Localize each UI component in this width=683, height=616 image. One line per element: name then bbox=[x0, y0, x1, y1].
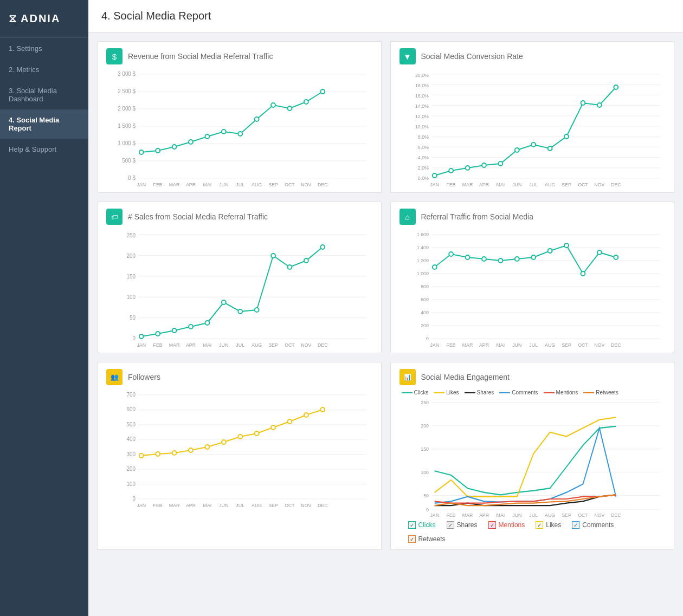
svg-text:JUN: JUN bbox=[512, 342, 521, 348]
svg-text:DEC: DEC bbox=[610, 182, 621, 187]
svg-text:FEB: FEB bbox=[153, 182, 163, 187]
svg-point-17 bbox=[189, 140, 193, 144]
svg-text:50: 50 bbox=[130, 315, 136, 321]
svg-text:JAN: JAN bbox=[137, 503, 146, 508]
referral-chart-card: ⌂ Referral Traffic from Social Media 0 bbox=[390, 202, 675, 353]
svg-point-189 bbox=[320, 407, 325, 412]
svg-point-66 bbox=[531, 142, 536, 147]
svg-point-183 bbox=[222, 440, 226, 444]
svg-text:4,0%: 4,0% bbox=[417, 155, 428, 160]
svg-point-187 bbox=[288, 419, 292, 424]
followers-chart-area: 0 100 200 300 400 500 600 700 bbox=[106, 390, 372, 509]
followers-chart-card: 👥 Followers 0 100 200 300 bbox=[97, 362, 382, 550]
svg-text:200: 200 bbox=[127, 466, 136, 472]
svg-text:JUN: JUN bbox=[512, 513, 521, 517]
svg-text:SEP: SEP bbox=[562, 182, 571, 187]
svg-text:1 500 $: 1 500 $ bbox=[118, 123, 136, 129]
followers-icon: 👥 bbox=[106, 369, 123, 385]
svg-text:DEC: DEC bbox=[318, 182, 328, 187]
svg-text:FEB: FEB bbox=[446, 182, 455, 187]
svg-text:APR: APR bbox=[479, 513, 488, 517]
legend-comments-label: Comments bbox=[582, 521, 614, 529]
svg-text:JUN: JUN bbox=[219, 342, 228, 348]
svg-point-63 bbox=[482, 163, 486, 167]
svg-text:AUG: AUG bbox=[252, 182, 262, 187]
svg-text:600: 600 bbox=[421, 297, 429, 302]
logo-icon: ⧖ bbox=[9, 12, 16, 25]
svg-text:AUG: AUG bbox=[252, 342, 262, 348]
svg-text:200: 200 bbox=[421, 423, 429, 429]
referral-chart-title: Referral Traffic from Social Media bbox=[421, 212, 533, 221]
svg-text:500 $: 500 $ bbox=[122, 158, 136, 164]
engagement-chart-header: 📊 Social Media Engagement bbox=[400, 369, 666, 385]
engagement-chart-area: 0 50 100 150 200 250 bbox=[400, 398, 666, 517]
svg-text:MAI: MAI bbox=[203, 182, 212, 187]
svg-text:DEC: DEC bbox=[318, 342, 328, 348]
engagement-icon: 📊 bbox=[400, 369, 416, 385]
revenue-chart-area: 0 $ 500 $ 1 000 $ 1 500 $ 2 000 $ 2 500 … bbox=[106, 69, 372, 188]
svg-point-102 bbox=[238, 309, 242, 314]
svg-point-145 bbox=[547, 249, 552, 253]
sales-chart-card: 🏷 # Sales from Social Media Referral Tra… bbox=[97, 202, 382, 353]
svg-text:AUG: AUG bbox=[545, 513, 555, 517]
svg-text:800: 800 bbox=[421, 284, 429, 289]
sidebar-item-social-dashboard[interactable]: 3. Social Media Dashboard bbox=[0, 80, 88, 109]
sidebar-item-metrics[interactable]: 2. Metrics bbox=[0, 59, 88, 80]
sidebar-item-social-report[interactable]: 4. Social Media Report bbox=[0, 109, 88, 139]
svg-point-20 bbox=[238, 132, 242, 136]
svg-point-103 bbox=[255, 308, 259, 312]
svg-text:NOV: NOV bbox=[594, 182, 604, 187]
svg-text:150: 150 bbox=[421, 446, 429, 452]
legend-mentions-check[interactable]: ✓ Mentions bbox=[488, 521, 525, 529]
svg-point-140 bbox=[465, 255, 469, 260]
conversion-chart-header: ▼ Social Media Conversion Rate bbox=[400, 48, 666, 64]
svg-text:NOV: NOV bbox=[301, 503, 311, 508]
svg-text:DEC: DEC bbox=[610, 342, 621, 348]
svg-text:JUN: JUN bbox=[219, 503, 228, 508]
sales-icon: 🏷 bbox=[106, 209, 123, 225]
svg-text:MAI: MAI bbox=[496, 182, 505, 187]
legend-retweets-check[interactable]: ✓ Retweets bbox=[408, 535, 446, 543]
svg-point-185 bbox=[255, 431, 259, 436]
svg-text:700: 700 bbox=[127, 392, 136, 398]
svg-text:0,0%: 0,0% bbox=[417, 176, 428, 181]
svg-text:OCT: OCT bbox=[285, 182, 295, 187]
svg-text:1 400: 1 400 bbox=[416, 245, 428, 250]
svg-text:16,0%: 16,0% bbox=[415, 93, 428, 99]
svg-text:50: 50 bbox=[423, 492, 429, 498]
svg-point-19 bbox=[222, 129, 226, 134]
engagement-checkbox-legend: ✓ Clicks ✓ Shares ✓ Mentions ✓ Likes ✓ bbox=[400, 517, 666, 549]
legend-likes-label: Likes bbox=[546, 521, 561, 529]
engagement-legend-clicks: Clicks bbox=[402, 390, 429, 395]
svg-point-69 bbox=[581, 101, 585, 105]
legend-shares-label: Shares bbox=[457, 521, 478, 529]
svg-text:APR: APR bbox=[186, 503, 196, 508]
svg-text:8,0%: 8,0% bbox=[417, 134, 428, 140]
svg-text:JUN: JUN bbox=[219, 182, 228, 187]
svg-point-25 bbox=[320, 89, 325, 94]
svg-point-139 bbox=[449, 252, 453, 256]
svg-text:FEB: FEB bbox=[446, 513, 455, 517]
legend-likes-check[interactable]: ✓ Likes bbox=[536, 521, 561, 529]
svg-point-15 bbox=[156, 148, 160, 153]
svg-text:MAI: MAI bbox=[496, 513, 505, 517]
svg-text:6,0%: 6,0% bbox=[417, 145, 428, 150]
legend-clicks-check[interactable]: ✓ Clicks bbox=[408, 521, 436, 529]
svg-point-180 bbox=[172, 451, 177, 455]
svg-text:20,0%: 20,0% bbox=[415, 73, 428, 78]
svg-text:JAN: JAN bbox=[137, 182, 146, 187]
svg-text:0 $: 0 $ bbox=[128, 175, 136, 181]
referral-chart-header: ⌂ Referral Traffic from Social Media bbox=[400, 209, 666, 225]
sales-chart-area: 0 50 100 150 200 250 bbox=[106, 229, 372, 348]
sidebar-item-help[interactable]: Help & Support bbox=[0, 139, 88, 160]
svg-text:AUG: AUG bbox=[545, 182, 555, 187]
legend-comments-check[interactable]: ✓ Comments bbox=[572, 521, 614, 529]
svg-text:OCT: OCT bbox=[578, 513, 588, 517]
legend-shares-check[interactable]: ✓ Shares bbox=[447, 521, 478, 529]
engagement-legend-retweets: Retweets bbox=[583, 390, 618, 395]
legend-mentions-label: Mentions bbox=[499, 521, 525, 529]
sidebar-item-settings[interactable]: 1. Settings bbox=[0, 38, 88, 59]
page-title: 4. Social Media Report bbox=[88, 0, 683, 33]
svg-text:FEB: FEB bbox=[153, 342, 163, 348]
svg-point-99 bbox=[189, 325, 193, 329]
